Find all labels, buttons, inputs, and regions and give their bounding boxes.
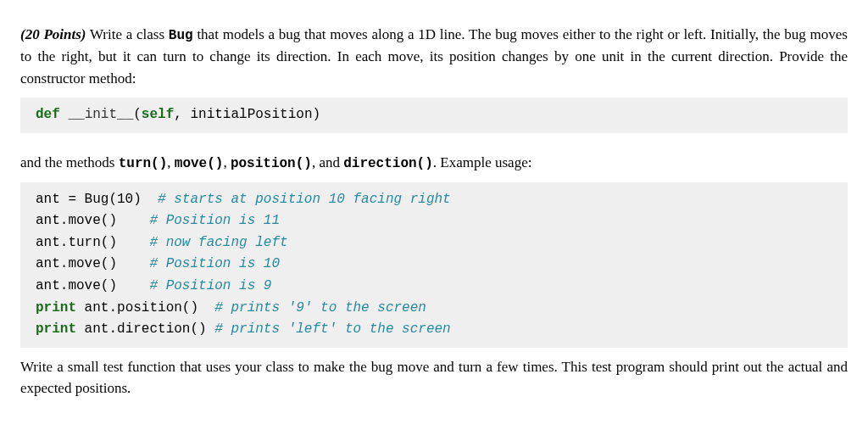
method-move: move() (175, 156, 224, 171)
print-kw-2: print (36, 321, 76, 337)
test-instructions: Write a small test function that uses yo… (20, 356, 848, 399)
sig-open: ( (133, 107, 142, 122)
sig-rest: , initialPosition) (174, 107, 320, 122)
comma1: , (167, 154, 175, 170)
points-label: (20 Points) (20, 26, 86, 42)
problem-intro: (20 Points) Write a class Bug that model… (20, 24, 848, 89)
code-line-1: ant = Bug(10) (36, 192, 158, 207)
constructor-code-block: def __init__(self, initialPosition) (20, 98, 848, 133)
method-direction: direction() (343, 156, 433, 171)
comment-3: # now facing left (149, 235, 287, 250)
code-line-7: ant.direction() (76, 321, 214, 337)
code-line-4: ant.move() (36, 256, 149, 271)
intro-text-a: Write a class (86, 26, 168, 42)
def-keyword: def (36, 107, 60, 122)
method-position: position() (231, 156, 312, 171)
comment-7: # prints 'left' to the screen (214, 321, 450, 337)
comment-6: # prints '9' to the screen (214, 300, 426, 316)
init-name: __init__ (68, 107, 133, 122)
comment-2: # Position is 11 (149, 213, 280, 228)
comma2: , (223, 154, 231, 170)
code-line-6: ant.position() (76, 300, 214, 316)
comment-1: # starts at position 10 facing right (158, 192, 451, 207)
methods-paragraph: and the methods turn(), move(), position… (20, 152, 848, 174)
code-line-2: ant.move() (36, 213, 149, 228)
print-kw-1: print (36, 300, 76, 316)
code-line-5: ant.move() (36, 278, 149, 293)
method-turn: turn() (119, 156, 168, 171)
self-keyword: self (142, 107, 174, 122)
comment-4: # Position is 10 (149, 256, 280, 271)
code-space (60, 107, 69, 122)
methods-intro: and the methods (20, 154, 119, 170)
comment-5: # Position is 9 (149, 278, 271, 293)
comma3: , and (312, 154, 343, 170)
class-name: Bug (169, 28, 193, 43)
code-line-3: ant.turn() (36, 235, 149, 250)
example-code-block: ant = Bug(10) # starts at position 10 fa… (20, 182, 848, 348)
example-usage-label: . Example usage: (433, 154, 532, 170)
